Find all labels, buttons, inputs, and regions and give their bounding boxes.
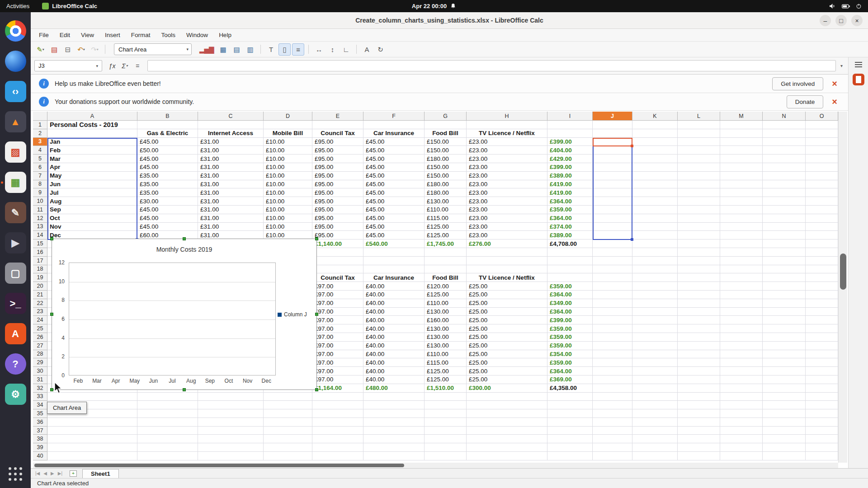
- selection-handle[interactable]: [315, 313, 318, 316]
- cell-F28[interactable]: £40.00: [363, 350, 425, 359]
- cell-H9[interactable]: £23.00: [467, 188, 547, 197]
- cell-N5[interactable]: [763, 155, 806, 163]
- cell-D5[interactable]: £10.00: [264, 155, 312, 163]
- cell-G32[interactable]: £1,510.00: [425, 384, 467, 393]
- cell-H1[interactable]: [467, 121, 547, 129]
- cell-K40[interactable]: [632, 452, 678, 460]
- menu-tools[interactable]: Tools: [156, 30, 181, 40]
- cell-J18[interactable]: [593, 265, 632, 274]
- cell-O35[interactable]: [806, 409, 838, 418]
- topbar-app-menu[interactable]: LibreOffice Calc: [42, 3, 97, 9]
- cell-D13[interactable]: £10.00: [264, 223, 312, 231]
- libreoffice-calc-icon[interactable]: ▦: [5, 172, 26, 193]
- cell-L25[interactable]: [678, 324, 720, 333]
- formula-input[interactable]: [147, 60, 836, 71]
- row-header-31[interactable]: 31: [33, 375, 47, 384]
- cell-N32[interactable]: [763, 384, 806, 393]
- cell-F35[interactable]: [363, 409, 425, 418]
- cell-F38[interactable]: [363, 435, 425, 443]
- cell-K21[interactable]: [632, 291, 678, 299]
- cell-M37[interactable]: [720, 427, 763, 435]
- cell-G16[interactable]: [425, 248, 467, 257]
- cell-D6[interactable]: £10.00: [264, 163, 312, 172]
- cell-A2[interactable]: [47, 129, 137, 138]
- selection-handle[interactable]: [50, 388, 53, 391]
- cell-O19[interactable]: [806, 273, 838, 282]
- row-header-30[interactable]: 30: [33, 367, 47, 375]
- cell-F18[interactable]: [363, 265, 425, 274]
- cell-F2[interactable]: Car Insurance: [363, 129, 425, 138]
- cell-O18[interactable]: [806, 265, 838, 274]
- cell-I38[interactable]: [547, 435, 593, 443]
- cell-E1[interactable]: [312, 121, 363, 129]
- cell-H38[interactable]: [467, 435, 547, 443]
- row-header-37[interactable]: 37: [33, 427, 47, 435]
- cell-I5[interactable]: £429.00: [547, 155, 593, 163]
- row-header-27[interactable]: 27: [33, 342, 47, 350]
- cell-I3[interactable]: £399.00: [547, 138, 593, 146]
- cell-E37[interactable]: [312, 427, 363, 435]
- cell-F25[interactable]: £40.00: [363, 324, 425, 333]
- cell-H36[interactable]: [467, 418, 547, 427]
- cell-F3[interactable]: £45.00: [363, 138, 425, 146]
- column-header-M[interactable]: M: [720, 112, 763, 121]
- chart-y-axis[interactable]: 121086420: [52, 263, 67, 375]
- cell-G15[interactable]: £1,745.00: [425, 239, 467, 248]
- cell-I28[interactable]: £354.00: [547, 350, 593, 359]
- cell-K25[interactable]: [632, 324, 678, 333]
- cell-F31[interactable]: £40.00: [363, 375, 425, 384]
- cell-G12[interactable]: £115.00: [425, 214, 467, 223]
- selection-handle[interactable]: [50, 237, 53, 240]
- vlc-icon[interactable]: ▲: [5, 111, 26, 132]
- cell-K12[interactable]: [632, 214, 678, 223]
- cell-M29[interactable]: [720, 358, 763, 367]
- cell-I17[interactable]: [547, 257, 593, 265]
- cell-H40[interactable]: [467, 452, 547, 460]
- cell-F15[interactable]: £540.00: [363, 239, 425, 248]
- activities-button[interactable]: Activities: [6, 3, 29, 9]
- cell-H35[interactable]: [467, 409, 547, 418]
- legend-toggle-button[interactable]: ▯: [278, 43, 291, 56]
- cell-O33[interactable]: [806, 393, 838, 401]
- cell-G34[interactable]: [425, 401, 467, 409]
- cell-O11[interactable]: [806, 206, 838, 214]
- cell-B1[interactable]: [137, 121, 198, 129]
- cell-O31[interactable]: [806, 375, 838, 384]
- cell-I30[interactable]: £364.00: [547, 367, 593, 375]
- cell-B9[interactable]: £35.00: [137, 188, 198, 197]
- cell-I14[interactable]: £389.00: [547, 231, 593, 239]
- cell-I35[interactable]: [547, 409, 593, 418]
- cell-N1[interactable]: [763, 121, 806, 129]
- cell-F5[interactable]: £45.00: [363, 155, 425, 163]
- cell-E28[interactable]: £97.00: [312, 350, 363, 359]
- cell-L9[interactable]: [678, 188, 720, 197]
- cell-I40[interactable]: [547, 452, 593, 460]
- cell-L33[interactable]: [678, 393, 720, 401]
- all-axes-button[interactable]: ∟: [340, 43, 352, 56]
- cell-I27[interactable]: £359.00: [547, 342, 593, 350]
- cell-C6[interactable]: £31.00: [198, 163, 264, 172]
- row-header-25[interactable]: 25: [33, 324, 47, 333]
- cell-N19[interactable]: [763, 273, 806, 282]
- cell-H18[interactable]: [467, 265, 547, 274]
- cell-L7[interactable]: [678, 172, 720, 180]
- cell-J2[interactable]: [593, 129, 632, 138]
- cell-M4[interactable]: [720, 146, 763, 155]
- libreoffice-impress-icon[interactable]: ▨: [5, 141, 26, 163]
- cell-E4[interactable]: £95.00: [312, 146, 363, 155]
- cell-A40[interactable]: [47, 452, 137, 460]
- cell-J16[interactable]: [593, 248, 632, 257]
- cell-I18[interactable]: [547, 265, 593, 274]
- row-header-3[interactable]: 3: [33, 138, 47, 146]
- selection-handle[interactable]: [315, 388, 318, 391]
- cell-J31[interactable]: [593, 375, 632, 384]
- cell-F1[interactable]: [363, 121, 425, 129]
- cell-B5[interactable]: £45.00: [137, 155, 198, 163]
- cell-K28[interactable]: [632, 350, 678, 359]
- cell-O22[interactable]: [806, 299, 838, 308]
- cell-N39[interactable]: [763, 443, 806, 452]
- cell-M39[interactable]: [720, 443, 763, 452]
- cell-F30[interactable]: £40.00: [363, 367, 425, 375]
- cell-J10[interactable]: [593, 197, 632, 206]
- cell-H12[interactable]: £23.00: [467, 214, 547, 223]
